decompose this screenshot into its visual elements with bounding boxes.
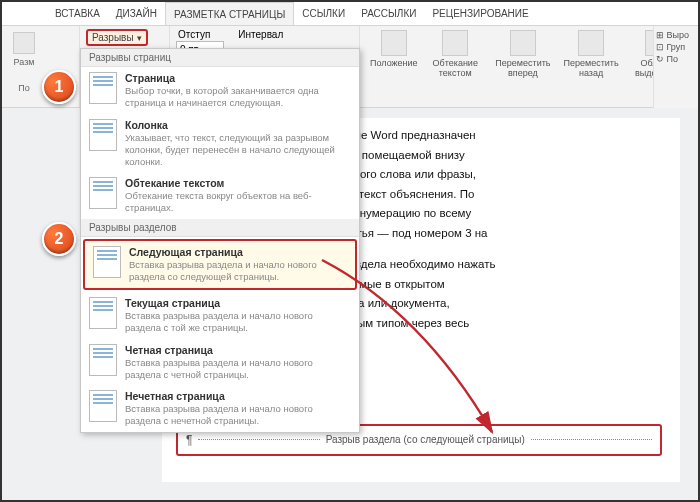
break-evenpage-item[interactable]: Четная страницаВставка разрыва раздела и…: [81, 339, 359, 386]
continuous-break-icon: [89, 297, 117, 329]
nextpage-break-icon: [93, 246, 121, 278]
dropdown-header-pages: Разрывы страниц: [81, 49, 359, 67]
page-setup-sublabel: По: [10, 83, 38, 93]
dropdown-header-sections: Разрывы разделов: [81, 219, 359, 237]
page-setup-label: Разм: [10, 57, 38, 67]
position-button[interactable]: Положение: [366, 30, 422, 105]
ribbon-extra: ⊞ Выро ⊡ Груп ↻ По: [653, 26, 698, 108]
position-icon: [381, 30, 407, 56]
oddpage-break-icon: [89, 390, 117, 422]
page-break-icon: [89, 72, 117, 104]
tab-review[interactable]: РЕЦЕНЗИРОВАНИЕ: [424, 2, 536, 25]
break-nextpage-item[interactable]: Следующая страницаВставка разрыва раздел…: [83, 239, 357, 290]
break-oddpage-item[interactable]: Нечетная страницаВставка разрыва раздела…: [81, 385, 359, 432]
tab-design[interactable]: ДИЗАЙН: [108, 2, 165, 25]
callout-marker-1: 1: [42, 70, 76, 104]
tab-mailings[interactable]: РАССЫЛКИ: [353, 2, 424, 25]
wrap-button[interactable]: Обтекание текстом: [424, 30, 487, 105]
page-setup-icon[interactable]: [13, 32, 35, 54]
back-icon: [578, 30, 604, 56]
breaks-dropdown: Разрывы страниц СтраницаВыбор точки, в к…: [80, 48, 360, 433]
forward-icon: [510, 30, 536, 56]
bring-forward-button[interactable]: Переместить вперед: [489, 30, 557, 105]
interval-label: Интервал: [238, 29, 283, 40]
break-page-item[interactable]: СтраницаВыбор точки, в которой заканчива…: [81, 67, 359, 114]
ribbon-tabs: ВСТАВКА ДИЗАЙН РАЗМЕТКА СТРАНИЦЫ ССЫЛКИ …: [2, 2, 698, 26]
tab-insert[interactable]: ВСТАВКА: [47, 2, 108, 25]
send-back-button[interactable]: Переместить назад: [559, 30, 623, 105]
callout-marker-2: 2: [42, 222, 76, 256]
break-textwrap-item[interactable]: Обтекание текстомОбтекание текста вокруг…: [81, 172, 359, 219]
break-column-item[interactable]: КолонкаУказывает, что текст, следующий з…: [81, 114, 359, 173]
align-btn[interactable]: ⊞ Выро: [656, 30, 696, 40]
ribbon-left-controls: Разм По: [10, 32, 38, 104]
column-break-icon: [89, 119, 117, 151]
tab-layout[interactable]: РАЗМЕТКА СТРАНИЦЫ: [165, 2, 294, 25]
rotate-btn[interactable]: ↻ По: [656, 54, 696, 64]
wrap-icon: [442, 30, 468, 56]
evenpage-break-icon: [89, 344, 117, 376]
group-btn[interactable]: ⊡ Груп: [656, 42, 696, 52]
indent-label: Отступ: [178, 29, 210, 40]
tab-references[interactable]: ССЫЛКИ: [294, 2, 353, 25]
break-continuous-item[interactable]: Текущая страницаВставка разрыва раздела …: [81, 292, 359, 339]
textwrap-break-icon: [89, 177, 117, 209]
breaks-button[interactable]: Разрывы: [86, 29, 148, 46]
